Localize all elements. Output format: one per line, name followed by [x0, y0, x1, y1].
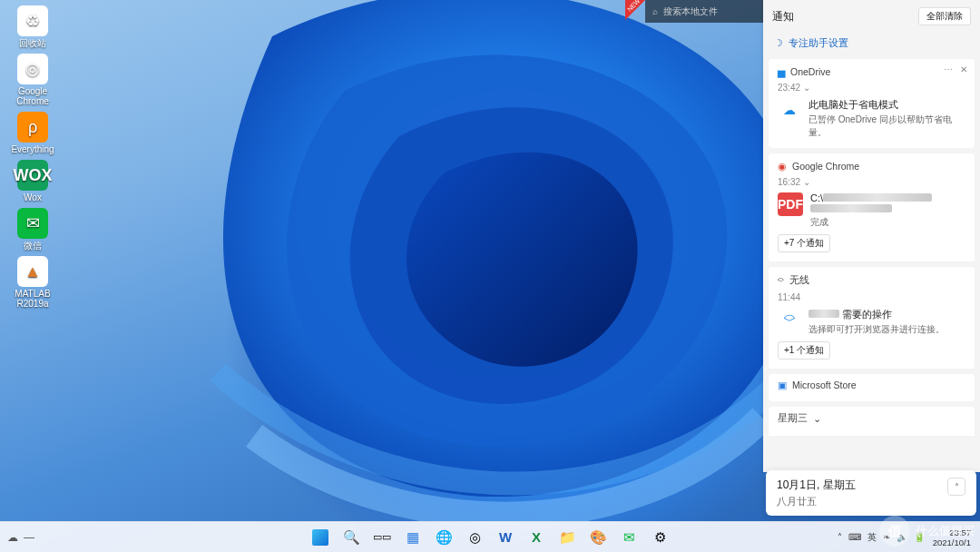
more-notifications-button[interactable]: +1 个通知	[778, 341, 830, 360]
desktop: ♻回收站 ◎Google Chrome ρEverything WOXWox ✉…	[0, 0, 980, 552]
edge-button[interactable]: 🌐	[430, 524, 457, 551]
cloud-icon: ☁	[778, 98, 801, 122]
paint-button[interactable]: 🎨	[584, 524, 612, 551]
local-search-bar[interactable]: ⌕ 搜索本地文件	[645, 0, 763, 23]
start-button[interactable]	[307, 524, 334, 551]
battery-icon[interactable]: 🔋	[912, 532, 926, 542]
notification-msstore[interactable]: ▣Microsoft Store	[769, 374, 975, 401]
notification-wireless[interactable]: ⌔无线 11:44 ⌔ 需要的操作 选择即可打开浏览器并进行连接。 +1 个通知	[769, 267, 975, 369]
word-button[interactable]: W	[492, 524, 519, 551]
icon-recycle-bin[interactable]: ♻回收站	[4, 5, 62, 48]
system-tray: ˄ ⌨ 英 ❧ 🔈 🔋 23:572021/10/1	[836, 527, 975, 547]
search-icon: ⌕	[652, 6, 658, 16]
mail-button[interactable]: ✉	[615, 524, 642, 551]
tray-chevron[interactable]: ˄	[836, 532, 844, 542]
close-icon[interactable]: ✕	[960, 64, 967, 74]
wifi-big-icon: ⌔	[778, 308, 801, 331]
taskbar: ☁ — 🔍 ▭▭ ▦ 🌐 ◎ W X 📁 🎨 ✉ ⚙ ˄ ⌨ 英 ❧ 🔈 🔋 2…	[0, 521, 980, 552]
date-line2: 八月廿五	[777, 495, 856, 508]
icon-google-chrome[interactable]: ◎Google Chrome	[4, 54, 62, 106]
notification-chrome[interactable]: ◉Google Chrome 16:32⌄ PDF C:\ 完成 +7 个通知	[769, 153, 975, 261]
chevron-down-icon[interactable]: ⌄	[803, 83, 810, 93]
explorer-button[interactable]: 📁	[554, 524, 581, 551]
panel-title: 通知	[772, 9, 794, 25]
pdf-icon: PDF	[778, 192, 803, 216]
taskbar-clock[interactable]: 23:572021/10/1	[929, 527, 975, 547]
wallpaper-bloom	[163, 0, 853, 552]
icon-everything[interactable]: ρEverything	[4, 112, 62, 154]
chrome-button[interactable]: ◎	[461, 524, 488, 551]
ime-lang[interactable]: 英	[866, 531, 878, 544]
ime-mode[interactable]: ❧	[881, 532, 892, 542]
store-icon: ▣	[778, 380, 787, 390]
icon-matlab[interactable]: ▲MATLAB R2019a	[4, 256, 62, 309]
onedrive-icon: ▅	[778, 66, 785, 77]
taskbar-left: ☁ —	[7, 531, 34, 544]
more-notifications-button[interactable]: +7 个通知	[778, 234, 830, 252]
notification-onedrive[interactable]: ▅OneDrive ⋯✕ 23:42⌄ ☁ 此电脑处于省电模式已暂停 OneDr…	[769, 59, 975, 148]
icon-wox[interactable]: WOXWox	[4, 160, 62, 202]
clear-all-button[interactable]: 全部清除	[918, 7, 971, 25]
icon-wechat[interactable]: ✉微信	[4, 208, 62, 251]
chrome-icon: ◉	[778, 161, 787, 172]
chevron-up-icon[interactable]: ˄	[947, 478, 965, 496]
settings-button[interactable]: ⚙	[646, 524, 673, 551]
weather-icon[interactable]: ☁	[7, 531, 18, 544]
widgets-button[interactable]: ▦	[399, 524, 426, 551]
search-button[interactable]: 🔍	[338, 524, 365, 551]
ime-icon[interactable]: ⌨	[847, 532, 863, 542]
more-icon[interactable]: ⋯	[944, 64, 953, 74]
chevron-down-icon[interactable]: ⌄	[813, 413, 821, 424]
taskbar-center: 🔍 ▭▭ ▦ 🌐 ◎ W X 📁 🎨 ✉ ⚙	[307, 524, 673, 551]
wifi-icon: ⌔	[778, 275, 784, 286]
notification-wednesday[interactable]: 星期三 ⌄	[769, 407, 975, 436]
task-view-button[interactable]: ▭▭	[368, 524, 396, 551]
chevron-down-icon[interactable]: ⌄	[803, 177, 810, 187]
volume-icon[interactable]: 🔈	[895, 532, 909, 542]
calendar-flyout[interactable]: 10月1日, 星期五 八月廿五 ˄	[766, 470, 976, 516]
focus-assist-link[interactable]: ☽ 专注助手设置	[763, 33, 980, 59]
desktop-icons: ♻回收站 ◎Google Chrome ρEverything WOXWox ✉…	[0, 0, 65, 314]
excel-button[interactable]: X	[523, 524, 550, 551]
notification-center: 通知 全部清除 ☽ 专注助手设置 ▅OneDrive ⋯✕ 23:42⌄ ☁ 此…	[763, 0, 980, 472]
moon-icon: ☽	[774, 37, 783, 49]
search-placeholder: 搜索本地文件	[663, 5, 718, 18]
new-badge: NEW	[625, 0, 645, 20]
date-line1: 10月1日, 星期五	[777, 478, 856, 493]
